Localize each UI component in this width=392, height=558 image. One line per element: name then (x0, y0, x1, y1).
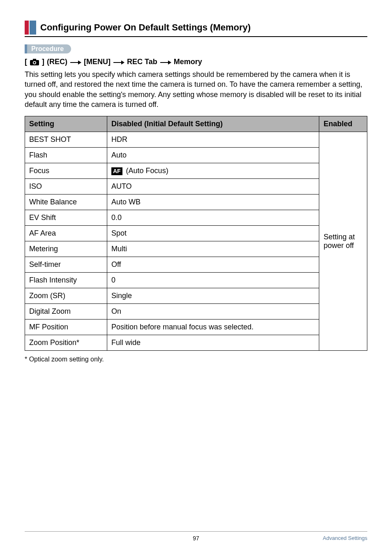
breadcrumb-rec: (REC) (47, 58, 67, 66)
cell-setting: Zoom (SR) (25, 288, 107, 304)
table-row: Flash Auto (25, 148, 367, 163)
footer-divider (25, 531, 367, 532)
cell-enabled: Setting at power off (319, 132, 367, 351)
section-title: Configuring Power On Default Settings (M… (40, 21, 251, 35)
section-underline (25, 36, 367, 37)
cell-setting: AF Area (25, 226, 107, 241)
header-enabled: Enabled (319, 116, 367, 132)
page-number: 97 (193, 535, 199, 542)
cell-setting: Focus (25, 163, 107, 179)
procedure-label: Procedure (27, 44, 71, 53)
cell-setting: Flash (25, 148, 107, 163)
table-row: MF Position Position before manual focus… (25, 320, 367, 335)
cell-disabled: Auto (107, 148, 319, 163)
footer: 97 Advanced Settings (25, 531, 367, 542)
svg-marker-7 (121, 60, 125, 65)
cell-setting: EV Shift (25, 210, 107, 226)
arrow-icon (160, 58, 171, 66)
svg-marker-9 (168, 60, 171, 65)
cell-setting: BEST SHOT (25, 132, 107, 148)
breadcrumb-target: Memory (174, 58, 202, 66)
cell-disabled-text: (Auto Focus) (126, 167, 168, 175)
cell-disabled: Off (107, 257, 319, 273)
camera-icon (30, 58, 39, 66)
breadcrumb-tab: REC Tab (127, 58, 157, 66)
table-row: ISO AUTO (25, 179, 367, 194)
bracket-open: [ (25, 58, 27, 66)
cell-setting: ISO (25, 179, 107, 194)
accent-red-bar (25, 21, 29, 35)
svg-point-3 (34, 62, 35, 63)
table-header-row: Setting Disabled (Initial Default Settin… (25, 116, 367, 132)
procedure-label-wrap: Procedure (25, 44, 367, 53)
arrow-icon (70, 58, 81, 66)
svg-marker-5 (78, 60, 81, 65)
description-text: This setting lets you specify which came… (25, 69, 367, 109)
cell-disabled: Single (107, 288, 319, 304)
table-row: Flash Intensity 0 (25, 273, 367, 288)
bracket-close: ] (42, 58, 44, 66)
table-row: Metering Multi (25, 241, 367, 257)
breadcrumb: [ ] (REC) [MENU] REC Tab Memory (25, 58, 367, 66)
table-row: AF Area Spot (25, 226, 367, 241)
footer-content: 97 Advanced Settings (25, 535, 367, 542)
cell-setting: Metering (25, 241, 107, 257)
table-row: BEST SHOT HDR Setting at power off (25, 132, 367, 148)
header-disabled: Disabled (Initial Default Setting) (107, 116, 319, 132)
cell-disabled: AF (Auto Focus) (107, 163, 319, 179)
cell-disabled: AUTO (107, 179, 319, 194)
cell-disabled: 0.0 (107, 210, 319, 226)
table-row: Zoom (SR) Single (25, 288, 367, 304)
header-setting: Setting (25, 116, 107, 132)
cell-setting: Flash Intensity (25, 273, 107, 288)
cell-disabled: Position before manual focus was selecte… (107, 320, 319, 335)
breadcrumb-menu: [MENU] (84, 58, 111, 66)
cell-disabled: On (107, 304, 319, 320)
settings-table: Setting Disabled (Initial Default Settin… (25, 116, 367, 351)
table-row: Self-timer Off (25, 257, 367, 273)
footer-section-name: Advanced Settings (323, 535, 367, 541)
cell-disabled: Full wide (107, 335, 319, 351)
cell-setting: White Balance (25, 194, 107, 210)
af-icon: AF (111, 167, 122, 175)
cell-disabled: Spot (107, 226, 319, 241)
table-row: White Balance Auto WB (25, 194, 367, 210)
cell-setting: MF Position (25, 320, 107, 335)
cell-setting: Zoom Position* (25, 335, 107, 351)
cell-setting: Self-timer (25, 257, 107, 273)
table-row: EV Shift 0.0 (25, 210, 367, 226)
footnote: * Optical zoom setting only. (25, 356, 367, 363)
accent-blue-bar (30, 21, 36, 35)
svg-rect-1 (33, 59, 36, 60)
cell-disabled: HDR (107, 132, 319, 148)
table-row: Digital Zoom On (25, 304, 367, 320)
section-header: Configuring Power On Default Settings (M… (25, 21, 367, 35)
cell-disabled: 0 (107, 273, 319, 288)
table-row: Zoom Position* Full wide (25, 335, 367, 351)
arrow-icon (113, 58, 125, 66)
cell-disabled: Auto WB (107, 194, 319, 210)
cell-disabled: Multi (107, 241, 319, 257)
table-row: Focus AF (Auto Focus) (25, 163, 367, 179)
cell-setting: Digital Zoom (25, 304, 107, 320)
